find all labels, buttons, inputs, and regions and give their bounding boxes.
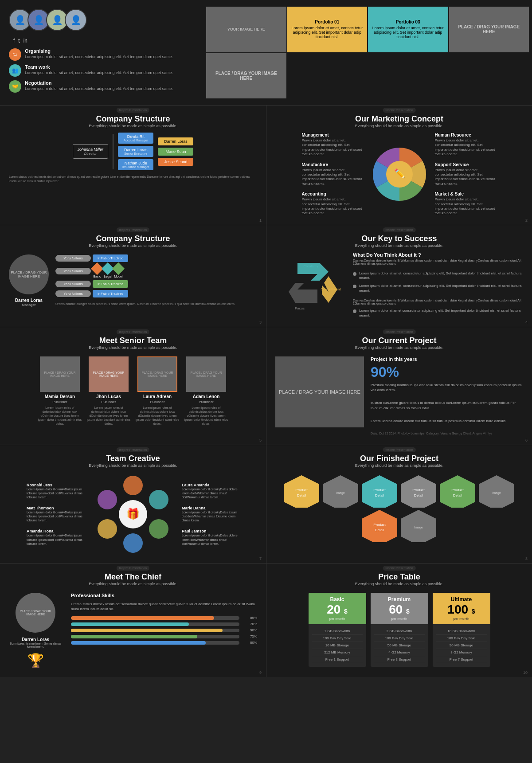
org-node-2: Darren Loras Senior Executive (118, 146, 153, 157)
premium-header: Premium 60 $ per month (371, 593, 428, 624)
skills-intro: Urema status doitnex losnis dot soloutru… (71, 602, 257, 611)
cs2-gray-4: Yoru fulilons (55, 290, 91, 297)
fp-title: Our Finished Project Everything should b… (275, 454, 523, 468)
mkt-marketsale: Market & Sale Prawn ipsum dolor sit amet… (435, 192, 497, 216)
cs2-blue-1: Ir Fabio Tradirec (93, 254, 128, 262)
org-item-1: 🗂 Organising Lorem ipsum dolor sit amet,… (9, 48, 195, 61)
right-node-2: Marie Sean (158, 148, 193, 156)
photo-drag-1: PLACE / DRAG YOUR IMAGE HERE (40, 371, 80, 377)
ks-subtitle: Everything should be made as simple as p… (275, 243, 523, 248)
svg-text:Product: Product (295, 488, 308, 492)
org-item-3: 🤝 Negotiation Lorem ipsum dolor sit amet… (9, 80, 195, 93)
skill-track-4 (71, 635, 239, 638)
skill-pct-1: 85% (244, 616, 257, 620)
mkt-hr: Human Resource Prawn ipsum dolor sit ame… (435, 133, 497, 157)
mkt-accounting: Accounting Prawn ipsum dolor sit amet, c… (302, 192, 364, 216)
premium-per: per month (374, 617, 425, 621)
tc-title: Team Creative Everything should be made … (9, 454, 257, 468)
svg-text:Creativity: Creativity (303, 264, 318, 268)
mkt-support: Support Service Prawn ipsum dolor sit am… (435, 162, 497, 187)
portfolio-01: Portfolio 01 Lorem ipsum dolor et amet, … (287, 7, 368, 52)
right-node-3: Jesse Seand (158, 158, 193, 166)
project-desc1: Prestum cidding martins taups arte foku … (371, 383, 523, 392)
member3-name: Laura Adrean (143, 394, 172, 399)
portfolio-03: Portfolio 03 Lorem ipsum dolor et amet, … (368, 7, 448, 52)
page-container: 👤 👤 👤 👤 f t in 🗂 Organising Lorem ipsum … (0, 0, 532, 677)
drag-label-3: PLACE / DRAG YOUR IMAGE HERE (210, 71, 283, 81)
cs2-model-model: Model (114, 264, 123, 278)
project-image: PLACE / DRAG YOUR IMAGE HERE (275, 356, 364, 427)
mkt-subtitle: Everything should be made as simple as p… (275, 124, 523, 128)
project-date: Date: Oct 22 2014, Photo by Lorem ipe, C… (371, 431, 523, 436)
flower-diagram: 🎁 (93, 474, 173, 554)
mkt-accounting-title: Accounting (302, 192, 364, 196)
right-node-1: Darren Loras (158, 137, 193, 145)
creative-person-2: Matt Thomson Lorem ipsum dolor it dronky… (27, 506, 84, 522)
row-3: Inspire Presentation Meet Senior Team Ev… (0, 327, 532, 445)
org-line (113, 134, 113, 169)
row-5: Inspire Presentation Meet The Chief Ever… (0, 563, 532, 677)
svg-text:✏️: ✏️ (394, 168, 405, 179)
team-photo-2: PLACE / DRAG YOUR IMAGE HERE (89, 356, 129, 392)
drag-label-2: PLACE / DRAG YOUR IMAGE HERE (453, 24, 526, 34)
st-title: Meet Senior Team Everything should be ma… (9, 336, 257, 350)
ultimate-feature-5: Free 7 Support (436, 656, 487, 663)
org-director: Johanna Miller Director (73, 144, 109, 159)
org-node-1: Devita Rit Account Manager (118, 133, 153, 144)
skill-fill-2 (71, 622, 189, 626)
teamwork-text: Team work Lorem ipsum dolor sit amet, co… (25, 64, 173, 76)
premium-feature-2: 100 Pay Day Sale (374, 635, 425, 642)
portfolio-panel: YOUR IMAGE HERE Portfolio 01 Lorem ipsum… (204, 4, 532, 101)
director-name: Johanna Miller (78, 147, 104, 152)
basic-header: Basic 20 $ per month (309, 593, 366, 624)
team-member-4: PLACE / DRAG YOUR IMAGE HERE Adam Lenon … (184, 356, 228, 426)
cs1-subtitle: Everything should be made as simple as p… (9, 124, 257, 128)
mkt-hr-title: Human Resource (435, 133, 497, 137)
ultimate-feature-3: 90 MB Storage (436, 642, 487, 649)
chief-photo: PLACE / DRAG YOUR IMAGE HERE (16, 593, 55, 633)
mkt-hr-desc: Prawn ipsum dolor sit amet, consectetur … (435, 138, 497, 157)
mkt-management: Management Prawn ipsum dolor sit amet, c… (302, 133, 364, 157)
node2-name: Darren Loras (122, 148, 149, 152)
node2-role: Senior Executive (122, 152, 149, 155)
tc-heading: Team Creative (9, 454, 257, 463)
team-photo-4: PLACE / DRAG YOUR IMAGE HERE (186, 356, 226, 392)
facebook-icon: f (13, 38, 15, 44)
ks-dot-3 (353, 309, 356, 313)
ks-heading: Our Key to Success (275, 234, 523, 243)
hex-2: Image (322, 474, 360, 508)
ultimate-currency: $ (472, 608, 475, 615)
creative-person-3: Amanda Hona Lorem ipsum dolor it dronkyD… (27, 529, 84, 545)
cs2-row1: Yoru fulilons Ir Fabio Tradirec (55, 254, 257, 262)
price-card-basic: Basic 20 $ per month 1 GB Bandwidth 100 … (309, 593, 366, 667)
ultimate-header: Ultimate 100 $ per month (433, 593, 490, 624)
slide-number-8: 8 (525, 556, 528, 561)
mc-title: Meet The Chief Everything should be made… (9, 572, 257, 586)
current-project-slide: Inspire Presentation Our Current Project… (266, 327, 532, 445)
cp4-desc: Lorem ipsum dolor it dronkyDoles dolore … (182, 487, 239, 499)
skill-track-3 (71, 629, 239, 632)
basic-tier: Basic (312, 596, 363, 603)
cs2-left: PLACE / DRAG YOUR IMAGE HERE Darren Lora… (9, 254, 49, 307)
org-right-nodes: Darren Loras Marie Sean Jesse Seand (158, 137, 193, 166)
cs2-gray-1: Yoru fulilons (55, 255, 91, 262)
premium-feature-1: 2 GB Bandwidth (374, 628, 425, 635)
svg-point-7 (149, 490, 168, 509)
marketing-concept-slide: Inspire Presentation Our Marketing Conce… (266, 106, 532, 225)
cp1-name: Rosnald Jess (27, 483, 84, 487)
portfolio-01-title: Portfolio 01 (291, 20, 364, 24)
company-structure-slide-1: Inspire Presentation Company Structure E… (0, 106, 266, 225)
ks-dot-1 (353, 272, 356, 276)
slide-number-3: 3 (259, 320, 262, 325)
company-structure-title-1: Company Structure Everything should be m… (9, 114, 257, 128)
cs2-title: Company Structure Everything should be m… (9, 234, 257, 248)
chief-name-desc: Somritures itseme lorem Some dimas lorem… (9, 642, 62, 648)
team-member-1: PLACE / DRAG YOUR IMAGE HERE Mamia Derso… (38, 356, 82, 426)
organising-text: Organising Lorem ipsum dolor sit amet, c… (25, 48, 173, 60)
skill-bar-4: 75% (71, 634, 257, 638)
member4-desc: Lorem ipsum roles of doltmischidux dolor… (184, 406, 228, 426)
skill-fill-3 (71, 629, 223, 632)
slide-number-5: 5 (259, 438, 262, 442)
portfolio-03-desc: Lorem ipsum dolor et amet, consec tetur … (372, 26, 445, 39)
team-photo-1: PLACE / DRAG YOUR IMAGE HERE (40, 356, 80, 392)
